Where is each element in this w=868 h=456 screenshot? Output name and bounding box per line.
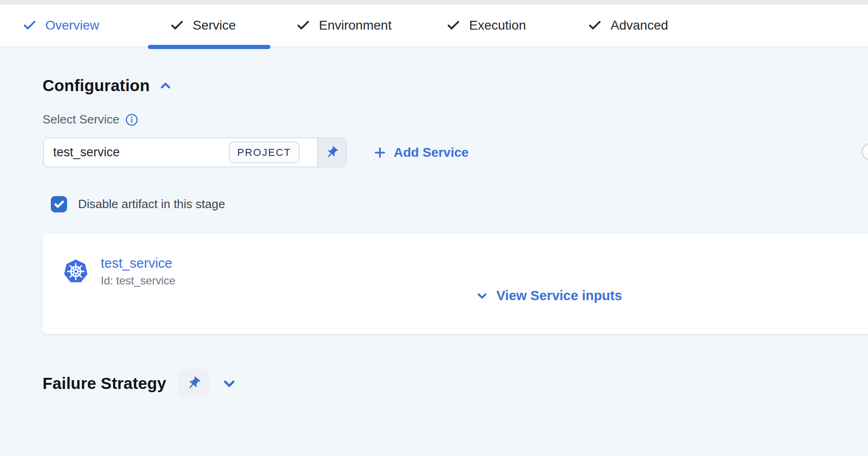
view-service-inputs-label: View Service inputs [496, 288, 622, 303]
active-tab-indicator [148, 45, 270, 49]
chevron-up-icon [158, 78, 173, 93]
chevron-down-icon [221, 375, 238, 392]
service-id-text: Id: test_service [101, 274, 175, 287]
service-select[interactable]: PROJECT [43, 137, 347, 167]
select-service-label: Select Service [43, 112, 119, 127]
disable-artifact-label: Disable artifact in this stage [78, 197, 225, 211]
check-icon [170, 18, 184, 33]
kubernetes-icon [63, 258, 89, 285]
edge-floating-button-partial[interactable] [862, 143, 868, 160]
tab-service[interactable]: Service [170, 5, 236, 46]
add-service-button[interactable]: Add Service [373, 140, 469, 165]
tab-label: Execution [469, 18, 526, 33]
check-icon [22, 18, 37, 33]
tab-environment[interactable]: Environment [296, 5, 391, 46]
pushpin-icon [183, 373, 204, 394]
collapse-section-button[interactable] [158, 78, 173, 93]
tab-advanced[interactable]: Advanced [587, 5, 668, 46]
check-icon [296, 18, 311, 33]
check-icon [446, 18, 461, 33]
tab-overview[interactable]: Overview [22, 5, 99, 46]
stage-tabs-bar: Overview Service Environment Execution A… [0, 5, 868, 46]
tab-label: Service [193, 18, 236, 33]
select-service-label-row: Select Service [43, 112, 138, 127]
info-icon[interactable] [125, 113, 138, 126]
failure-strategy-heading: Failure Strategy [43, 374, 166, 393]
top-divider-strip [0, 0, 868, 5]
configuration-heading-row: Configuration [43, 76, 173, 95]
configuration-heading: Configuration [43, 76, 150, 95]
service-name-link[interactable]: test_service [101, 256, 172, 271]
disable-artifact-checkbox[interactable] [51, 196, 67, 212]
plus-icon [373, 145, 387, 160]
disable-artifact-row[interactable]: Disable artifact in this stage [51, 196, 225, 212]
view-service-inputs-toggle[interactable]: View Service inputs [475, 288, 622, 303]
check-icon [54, 199, 65, 210]
chevron-down-icon [475, 289, 489, 303]
tab-label: Advanced [611, 18, 668, 33]
service-card: test_service Id: test_service View Servi… [43, 234, 868, 334]
tab-execution[interactable]: Execution [446, 5, 526, 46]
runtime-input-pin-button[interactable] [317, 138, 346, 166]
scope-badge: PROJECT [229, 142, 300, 163]
stage-configuration-screen: Overview Service Environment Execution A… [0, 0, 868, 456]
pushpin-icon [322, 142, 342, 162]
add-service-label: Add Service [394, 145, 469, 160]
failure-strategy-pin-button[interactable] [178, 369, 209, 397]
failure-strategy-expand-button[interactable] [221, 375, 238, 392]
tab-label: Environment [319, 18, 391, 33]
failure-strategy-row: Failure Strategy [43, 369, 238, 397]
check-icon [587, 18, 602, 33]
tab-label: Overview [45, 18, 99, 33]
